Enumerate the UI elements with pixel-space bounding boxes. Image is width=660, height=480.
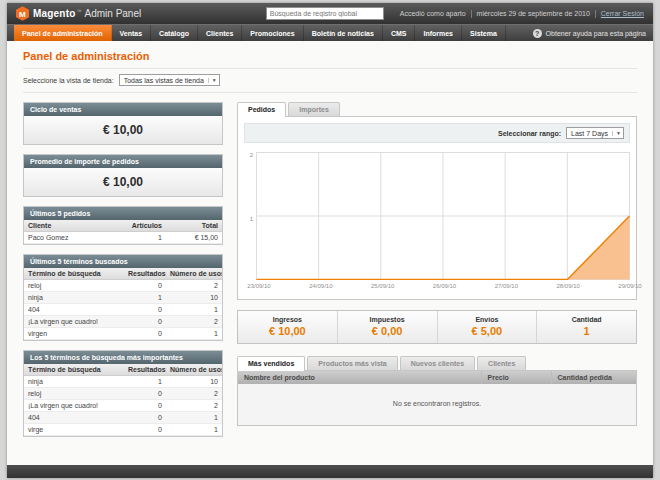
tab-clientes[interactable]: Clientes [477, 356, 526, 370]
column-header: Término de búsqueda [24, 268, 124, 280]
table-cell: 0 [124, 304, 166, 316]
products-grid: Nombre del productoPrecioCantidad pedida… [237, 370, 637, 426]
browser-frame: M Magento ™ Admin Panel Accedió como apa… [0, 0, 660, 480]
chart-y-labels: 21 [244, 152, 256, 280]
svg-text:M: M [19, 10, 26, 19]
dashboard-page: Panel de administración Seleccione la vi… [7, 41, 653, 465]
table-cell: 404 [24, 412, 124, 424]
table-cell: 10 [166, 376, 222, 388]
user-info: Accedió como aparto miércoles 29 de sept… [400, 10, 644, 18]
range-select[interactable]: Last 7 Days ▼ [566, 127, 624, 139]
header-bar: M Magento ™ Admin Panel Accedió como apa… [7, 3, 653, 24]
nav-item-ventas[interactable]: Ventas [112, 25, 152, 41]
brand-name: Magento [33, 8, 76, 19]
stat-value: 1 [537, 325, 636, 337]
table-header-row: ClienteArtículosTotal [24, 220, 222, 232]
table-cell: 2 [166, 316, 222, 328]
page-help-link[interactable]: ? Obtener ayuda para esta página [533, 25, 646, 41]
right-column: Pedidos Importes Seleccionar rango: Last… [237, 102, 637, 426]
chevron-down-icon: ▼ [612, 131, 621, 136]
tab-productos-mas-vista[interactable]: Productos más vista [307, 356, 397, 370]
current-date-text: miércoles 29 de septiembre de 2010 [477, 10, 590, 17]
table-row: virge01 [24, 424, 222, 436]
nav-item-promociones[interactable]: Promociones [242, 25, 303, 41]
stat-label: Envíos [438, 316, 537, 323]
table-cell: € 15,00 [166, 232, 222, 244]
stat-label: Cantidad [537, 316, 636, 323]
table-cell: 1 [166, 328, 222, 340]
nav-item-boletin[interactable]: Boletín de noticias [304, 25, 383, 41]
range-bar: Seleccionar rango: Last 7 Days ▼ [244, 123, 630, 143]
store-view-value: Todas las vistas de tienda [124, 77, 204, 84]
store-view-label: Seleccione la vista de tienda: [23, 77, 114, 84]
column-header: Cliente [24, 220, 124, 232]
nav-item-catalogo[interactable]: Catálogo [151, 25, 198, 41]
panel-title: Últimos 5 términos buscados [24, 255, 222, 268]
nav-item-informes[interactable]: Informes [415, 25, 462, 41]
tab-pedidos[interactable]: Pedidos [237, 102, 286, 117]
admin-panel-label: Admin Panel [85, 8, 142, 19]
orders-chart-panel: Seleccionar rango: Last 7 Days ▼ 21 23/0… [237, 116, 637, 300]
logout-link[interactable]: Cerrar Sesión [601, 10, 644, 17]
table-header-row: Término de búsquedaResultadosNúmero de u… [24, 364, 222, 376]
tab-nuevos-clientes[interactable]: Nuevos clientes [400, 356, 475, 370]
table-cell: 404 [24, 304, 124, 316]
nav-item-panel-administracion[interactable]: Panel de administración [14, 25, 112, 41]
table-cell: 0 [124, 424, 166, 436]
table-cell: 0 [124, 388, 166, 400]
global-search-input[interactable] [266, 7, 384, 20]
divider [471, 10, 472, 18]
table-cell: 1 [166, 424, 222, 436]
table-cell: 0 [124, 400, 166, 412]
nav-item-sistema[interactable]: Sistema [462, 25, 506, 41]
stats-bar: Ingresos € 10,00 Impuestos € 0,00 Envíos… [237, 310, 637, 344]
chart-x-tick: 24/09/10 [309, 283, 332, 289]
chart-y-tick: 1 [250, 216, 253, 222]
panel-title: Los 5 términos de búsqueda más important… [24, 351, 222, 364]
stat-value: € 0,00 [338, 325, 437, 337]
column-header: Cantidad pedida [551, 371, 636, 384]
chart-x-tick: 23/09/10 [247, 283, 270, 289]
column-header: Resultados [124, 364, 166, 376]
table-cell: 10 [166, 292, 222, 304]
table-cell: ¡La virgen que cuadro! [24, 400, 124, 412]
magento-admin-app: M Magento ™ Admin Panel Accedió como apa… [7, 3, 653, 478]
stat-value: € 10,00 [238, 325, 337, 337]
store-switcher: Seleccione la vista de tienda: Todas las… [23, 68, 637, 93]
stat-envios: Envíos € 5,00 [437, 311, 537, 343]
column-header: Término de búsqueda [24, 364, 124, 376]
column-header: Artículos [124, 220, 166, 232]
grid-header-row: Nombre del productoPrecioCantidad pedida [238, 371, 636, 384]
table-row: ninja110 [24, 376, 222, 388]
top-search-terms-table: Término de búsquedaResultadosNúmero de u… [24, 364, 222, 436]
table-cell: virge [24, 424, 124, 436]
chart-area: 21 [244, 152, 630, 280]
magento-logo: M Magento ™ Admin Panel [16, 6, 141, 21]
table-cell: 0 [124, 412, 166, 424]
column-header: Resultados [124, 268, 166, 280]
store-view-select[interactable]: Todas las vistas de tienda ▼ [119, 74, 220, 86]
chart-x-tick: 25/09/10 [371, 283, 394, 289]
nav-item-clientes[interactable]: Clientes [198, 25, 242, 41]
help-label: Obtener ayuda para esta página [546, 30, 646, 37]
panel-title: Últimos 5 pedidos [24, 207, 222, 220]
last-search-terms-table: Término de búsquedaResultadosNúmero de u… [24, 268, 222, 340]
left-column: Ciclo de ventas € 10,00 Promedio de impo… [23, 102, 223, 446]
stat-value: € 5,00 [438, 325, 537, 337]
nav-item-cms[interactable]: CMS [383, 25, 416, 41]
column-header: Precio [481, 371, 551, 384]
table-cell: 0 [124, 328, 166, 340]
table-cell: ¡La virgen que cuadro! [24, 316, 124, 328]
tab-mas-vendidos[interactable]: Más vendidos [237, 356, 305, 371]
tab-importes[interactable]: Importes [288, 102, 340, 116]
average-orders-value: € 10,00 [24, 168, 222, 196]
table-row: Paco Gomez1€ 15,00 [24, 232, 222, 244]
column-header: Total [166, 220, 222, 232]
chart-x-labels: 23/09/1024/09/1025/09/1026/09/1027/09/10… [259, 283, 630, 292]
panel-promedio-pedidos: Promedio de importe de pedidos € 10,00 [23, 154, 223, 197]
range-value: Last 7 Days [571, 130, 608, 137]
table-row: 40401 [24, 412, 222, 424]
table-cell: 2 [166, 400, 222, 412]
table-cell: 0 [124, 280, 166, 292]
chevron-down-icon: ▼ [208, 78, 217, 83]
